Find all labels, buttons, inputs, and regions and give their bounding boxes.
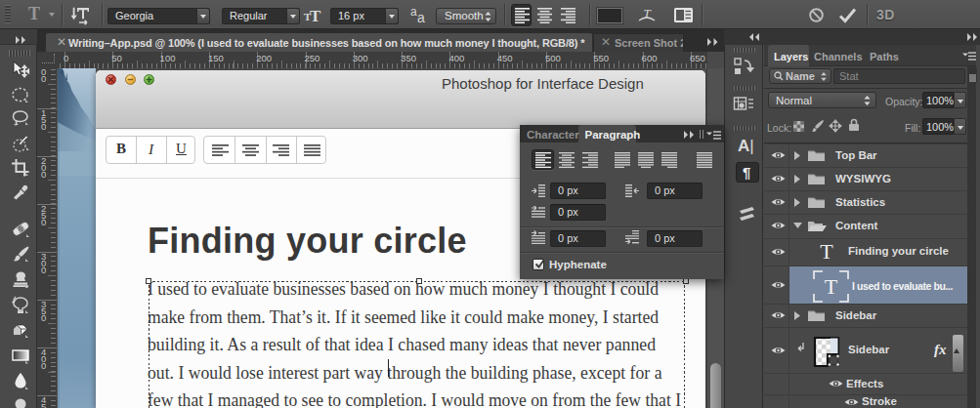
- svg-text:T: T: [825, 274, 838, 299]
